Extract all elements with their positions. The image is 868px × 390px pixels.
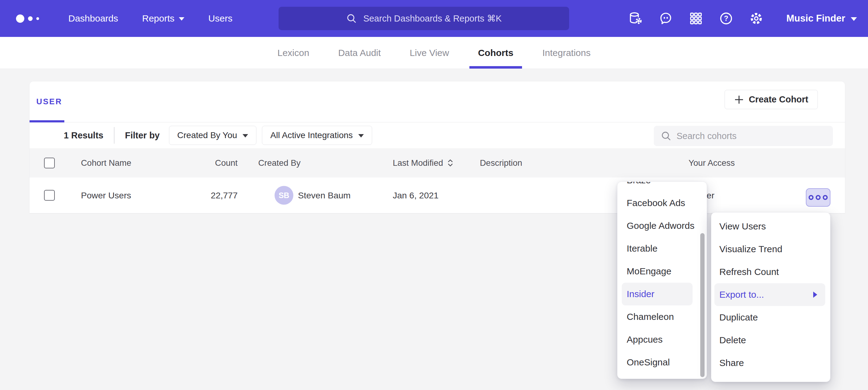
cohort-search-input[interactable] [677, 126, 827, 146]
column-header-last-modified: Last Modified [393, 158, 454, 168]
cohort-type-tabs: USER Create Cohort [30, 82, 845, 122]
export-destination-item[interactable]: OneSignal [617, 351, 707, 374]
ellipsis-dot-icon [823, 195, 828, 200]
data-settings-icon[interactable] [628, 11, 643, 26]
filter-by-label: Filter by [125, 130, 160, 140]
row-checkbox[interactable] [44, 190, 55, 201]
section-tab-label: Integrations [542, 48, 591, 58]
cohort-count: 22,777 [159, 190, 238, 200]
export-destination-label: Insider [627, 289, 654, 299]
primary-nav-item[interactable]: Reports [142, 13, 184, 24]
row-action-item[interactable]: Visualize Trend [711, 238, 830, 261]
row-action-label: Share [719, 358, 744, 368]
project-switcher[interactable]: Music Finder [786, 13, 857, 24]
export-destination-item[interactable]: Iterable [617, 237, 707, 260]
row-action-item[interactable]: View Users [711, 215, 830, 238]
column-header-created-by: Created By [258, 158, 301, 168]
chevron-down-icon [851, 17, 857, 21]
global-search-input[interactable]: Search Dashboards & Reports ⌘K [279, 7, 569, 30]
column-header-description: Description [480, 158, 522, 168]
cohorts-page: Dashboards Reports Users Search Dashb [0, 0, 868, 390]
results-count: 1 Results [64, 130, 103, 140]
last-modified-label: Last Modified [393, 158, 443, 168]
export-destination-item[interactable]: Appcues [617, 328, 707, 351]
cohort-search-field [654, 126, 833, 146]
mixpanel-logo[interactable] [16, 14, 39, 23]
export-destination-item[interactable]: Chameleon [617, 305, 707, 328]
chevron-down-icon [179, 17, 184, 21]
primary-nav-item[interactable]: Dashboards [68, 13, 118, 24]
cohort-table-row: Power Users 22,777 SB Steven Baum Jan 6,… [30, 177, 845, 213]
row-action-label: Export to... [719, 289, 764, 300]
primary-nav-label: Users [208, 13, 232, 24]
created-by-name: Steven Baum [298, 190, 350, 200]
export-destination-label: Chameleon [627, 312, 674, 322]
logo-dot-medium [28, 16, 33, 21]
integrations-filter-dropdown[interactable]: All Active Integrations [262, 126, 372, 145]
row-action-item[interactable]: Delete [711, 329, 830, 352]
section-tab[interactable]: Cohorts [475, 37, 517, 69]
cohort-name-link[interactable]: Power Users [81, 190, 131, 200]
export-destination-item[interactable]: Insider [622, 283, 692, 305]
row-action-label: Visualize Trend [719, 244, 782, 254]
export-destination-label: Iterable [627, 243, 657, 254]
row-action-label: Duplicate [719, 312, 758, 323]
section-tab[interactable]: Lexicon [274, 37, 312, 69]
search-icon [346, 13, 357, 24]
created-by-filter-dropdown[interactable]: Created By You [169, 126, 257, 145]
row-action-item[interactable]: Duplicate [711, 306, 830, 329]
column-header-your-access: Your Access [688, 158, 735, 168]
avatar: SB [275, 186, 293, 205]
apps-grid-icon[interactable] [688, 11, 703, 26]
section-tab[interactable]: Integrations [539, 37, 594, 69]
help-icon[interactable]: ? [719, 11, 734, 26]
cohorts-card: USER Create Cohort 1 Results Filter by C… [30, 82, 845, 213]
sort-toggle[interactable] [447, 158, 454, 168]
row-actions-button[interactable] [806, 188, 831, 207]
logo-dot-small [36, 17, 39, 20]
export-destination-label: Facebook Ads [627, 198, 685, 208]
section-tabs: Lexicon Data Audit Live View Cohorts Int… [0, 37, 868, 69]
last-modified-cell: Jan 6, 2021 [393, 190, 439, 200]
create-cohort-button[interactable]: Create Cohort [724, 90, 818, 109]
export-destination-label: Appcues [627, 334, 663, 345]
active-tab-underline [30, 120, 64, 122]
section-tab-label: Live View [410, 48, 449, 58]
chevron-down-icon [358, 134, 364, 137]
divider [114, 127, 115, 143]
section-tab[interactable]: Data Audit [335, 37, 384, 69]
integrations-filter-value: All Active Integrations [270, 130, 353, 140]
select-all-checkbox[interactable] [44, 158, 55, 168]
column-header-count: Count [159, 158, 238, 168]
row-action-item[interactable]: Refresh Count [711, 261, 830, 283]
create-cohort-label: Create Cohort [749, 94, 808, 105]
export-destination-label: MoEngage [627, 266, 671, 277]
primary-nav-label: Dashboards [68, 13, 118, 24]
export-destination-item[interactable]: MoEngage [617, 260, 707, 283]
row-action-label: View Users [719, 221, 766, 232]
primary-nav: Dashboards Reports Users [68, 13, 232, 24]
ellipsis-dot-icon [809, 195, 813, 200]
feedback-icon[interactable] [658, 11, 673, 26]
row-action-item[interactable]: Share [711, 352, 830, 374]
section-tab-label: Cohorts [478, 48, 514, 58]
section-tab[interactable]: Live View [407, 37, 452, 69]
export-destination-item[interactable]: Google Adwords [617, 215, 707, 237]
row-action-item[interactable]: Export to... [714, 283, 825, 306]
settings-gear-icon[interactable] [749, 11, 764, 26]
menu-scrollbar-thumb[interactable] [700, 233, 705, 377]
export-destination-item[interactable]: Braze [617, 182, 707, 192]
global-search-placeholder: Search Dashboards & Reports ⌘K [363, 13, 502, 24]
primary-nav-item[interactable]: Users [208, 13, 232, 24]
export-destination-label: Braze [627, 182, 651, 186]
section-tab-label: Lexicon [277, 48, 309, 58]
svg-text:?: ? [724, 14, 728, 23]
sort-arrows-icon [447, 158, 454, 168]
filter-toolbar: 1 Results Filter by Created By You All A… [30, 122, 845, 148]
created-by-cell: SB Steven Baum [275, 186, 350, 205]
topbar-right-controls: ? Music Finder [628, 11, 868, 26]
tab-user-cohorts[interactable]: USER [36, 97, 62, 106]
column-header-cohort-name: Cohort Name [81, 158, 131, 168]
export-destination-label: OneSignal [627, 357, 670, 367]
export-destination-item[interactable]: Facebook Ads [617, 192, 707, 215]
